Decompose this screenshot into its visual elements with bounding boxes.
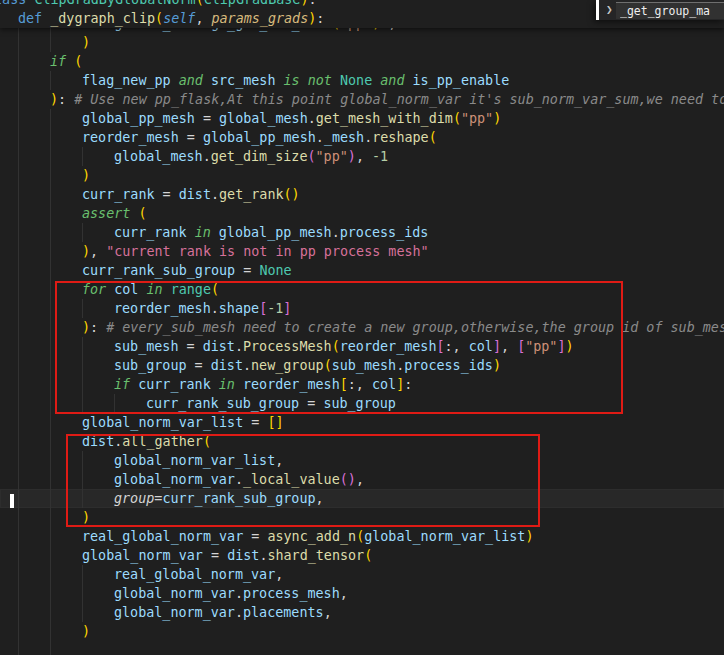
code-token: [: [259, 301, 267, 316]
code-token: .: [235, 586, 243, 601]
code-line[interactable]: if (: [0, 52, 724, 71]
code-token: if: [50, 54, 66, 69]
code-token: (: [308, 149, 316, 164]
code-token: global_norm_var: [82, 548, 203, 563]
code-token: =: [235, 263, 259, 278]
code-token: is: [284, 73, 300, 88]
code-token: ): [82, 168, 90, 183]
indent-guide: [18, 375, 19, 394]
code-token: .: [203, 149, 211, 164]
code-token: reorder_mesh: [340, 339, 437, 354]
code-token: ): [300, 0, 308, 7]
code-line[interactable]: global_norm_var_list = []: [0, 413, 724, 432]
code-token: _local_value: [243, 472, 340, 487]
code-token: async_add_n: [267, 529, 356, 544]
code-line[interactable]: ): [0, 33, 724, 52]
indent-guide: [18, 622, 19, 641]
code-editor[interactable]: and global_message_get_sub_list("pp") , …: [0, 0, 724, 655]
code-line[interactable]: curr_rank = dist.get_rank(): [0, 185, 724, 204]
code-line[interactable]: global_norm_var._local_value(),: [0, 470, 724, 489]
indent-guide: [18, 584, 19, 603]
find-input[interactable]: [616, 2, 724, 19]
code-line[interactable]: sub_mesh = dist.ProcessMesh(reorder_mesh…: [0, 337, 724, 356]
code-token: ]: [493, 339, 501, 354]
code-line[interactable]: assert (: [0, 204, 724, 223]
code-token: =: [179, 339, 203, 354]
code-token: reorder_mesh: [82, 130, 179, 145]
code-token: .: [332, 225, 340, 240]
code-token: ,: [324, 605, 332, 620]
code-token: global_mesh: [219, 111, 308, 126]
code-token: =: [195, 111, 219, 126]
indent-guide: [18, 128, 19, 147]
code-line[interactable]: global_pp_mesh = global_mesh.get_mesh_wi…: [0, 109, 724, 128]
find-widget[interactable]: ❯: [596, 0, 724, 20]
code-token: [187, 225, 195, 240]
code-token: [171, 73, 179, 88]
code-line[interactable]: global_norm_var.process_mesh,: [0, 584, 724, 603]
indent-guide: [18, 166, 19, 185]
code-line[interactable]: ): [0, 166, 724, 185]
indent-guide: [50, 318, 51, 337]
code-line[interactable]: ): [0, 622, 724, 641]
code-line[interactable]: flag_new_pp and src_mesh is not None and…: [0, 71, 724, 90]
code-line[interactable]: reorder_mesh.shape[-1]: [0, 299, 724, 318]
code-line[interactable]: ): # every_sub_mesh need to create a new…: [0, 318, 724, 337]
indent-guide: [18, 318, 19, 337]
indent-guide: [50, 584, 51, 603]
code-line[interactable]: global_norm_var = dist.shard_tensor(: [0, 546, 724, 565]
code-token: .: [243, 358, 251, 373]
code-token: =: [179, 130, 203, 145]
code-line[interactable]: ): [0, 508, 724, 527]
indent-guide: [50, 546, 51, 565]
code-line[interactable]: [0, 641, 724, 655]
code-line[interactable]: ): # Use new pp_flask,At this point glob…: [0, 90, 724, 109]
code-line[interactable]: global_norm_var.placements,: [0, 603, 724, 622]
code-line[interactable]: global_norm_var_list,: [0, 451, 724, 470]
indent-guide: [18, 242, 19, 261]
indent-guide: [50, 413, 51, 432]
code-line[interactable]: ), "current rank is not in pp process me…: [0, 242, 724, 261]
code-line[interactable]: real_global_norm_var,: [0, 565, 724, 584]
indent-guide: [50, 109, 51, 128]
code-line[interactable]: for col in range(: [0, 280, 724, 299]
code-line[interactable]: dist.all_gather(: [0, 432, 724, 451]
indent-guide: [50, 223, 51, 242]
code-token: real_global_norm_var: [114, 567, 275, 582]
code-line[interactable]: curr_rank_sub_group = None: [0, 261, 724, 280]
code-line[interactable]: real_global_norm_var = async_add_n(globa…: [0, 527, 724, 546]
indent-guide: [50, 147, 51, 166]
code-token: ClipGradBase: [204, 0, 301, 7]
code-token: .: [211, 187, 219, 202]
code-token: group: [114, 491, 154, 506]
indent-guide: [18, 356, 19, 375]
code-token: ]: [283, 301, 291, 316]
code-token: -1: [267, 301, 283, 316]
code-token: :: [316, 11, 324, 26]
code-token: sub_group: [323, 396, 396, 411]
code-line[interactable]: sub_group = dist.new_group(sub_mesh.proc…: [0, 356, 724, 375]
code-line[interactable]: global_mesh.get_dim_size("pp"), -1: [0, 147, 724, 166]
chevron-right-icon[interactable]: ❯: [606, 0, 613, 20]
find-widget-sash[interactable]: [596, 0, 599, 20]
code-line[interactable]: if curr_rank in reorder_mesh[:, col]:: [0, 375, 724, 394]
indent-guide: [82, 451, 83, 470]
code-token: (): [284, 187, 300, 202]
code-token: is_pp_enable: [413, 73, 510, 88]
code-line[interactable]: curr_rank in global_pp_mesh.process_ids: [0, 223, 724, 242]
code-line[interactable]: reorder_mesh = global_pp_mesh._mesh.resh…: [0, 128, 724, 147]
indent-guide: [18, 204, 19, 223]
code-token: .: [235, 472, 243, 487]
code-token: ): [50, 92, 58, 107]
indent-guide: [82, 147, 83, 166]
indent-guide: [50, 451, 51, 470]
code-token: None: [259, 263, 291, 278]
code-line[interactable]: curr_rank_sub_group = sub_group: [0, 394, 724, 413]
indent-guide: [18, 432, 19, 451]
indent-guide: [18, 546, 19, 565]
indent-guide: [50, 166, 51, 185]
code-token: "pp": [316, 149, 348, 164]
code-line[interactable]: group=curr_rank_sub_group,: [0, 489, 724, 508]
code-token: [332, 73, 340, 88]
code-token: [138, 282, 146, 297]
